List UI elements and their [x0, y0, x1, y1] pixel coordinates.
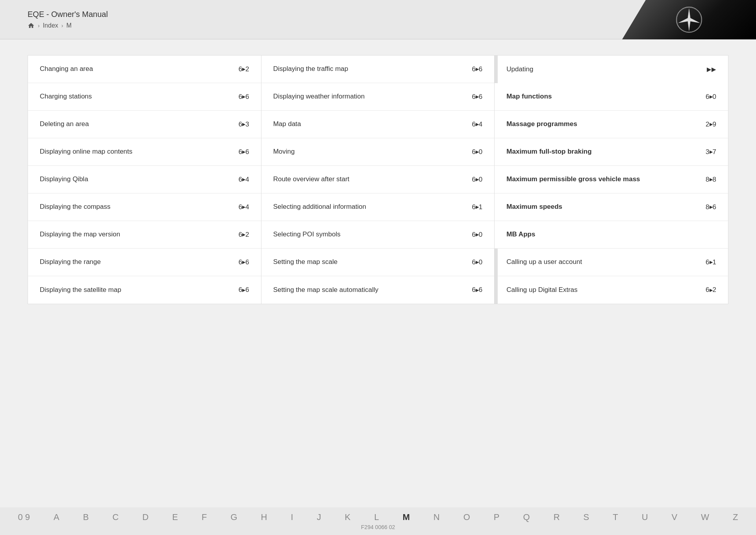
row-label: Setting the map scale automatically [273, 286, 468, 294]
list-item[interactable]: Massage programmes 2▶9 [495, 111, 728, 138]
row-label: Maximum full-stop braking [506, 147, 702, 156]
alpha-k[interactable]: K [333, 512, 363, 522]
list-item[interactable]: Setting the map scale automatically 6▶6 [261, 276, 495, 304]
alpha-s[interactable]: S [572, 512, 601, 522]
column-2: Displaying the traffic map 6▶6 Displayin… [261, 56, 495, 304]
list-item[interactable]: Displaying the compass 6▶4 [28, 193, 261, 221]
alpha-g[interactable]: G [219, 512, 249, 522]
list-item[interactable]: Calling up Digital Extras 6▶2 [498, 276, 728, 304]
mercedes-logo [675, 6, 703, 33]
alpha-l[interactable]: L [362, 512, 391, 522]
list-item[interactable]: Maximum permissible gross vehicle mass 8… [495, 166, 728, 193]
alphabet-nav: 0 9 A B C D E F G H I J K L M N O P Q R … [0, 512, 756, 522]
alpha-p[interactable]: P [482, 512, 511, 522]
row-page: 3▶7 [706, 148, 716, 156]
row-page: 2▶9 [706, 121, 716, 128]
row-page: 6▶6 [472, 93, 482, 101]
alpha-u[interactable]: U [630, 512, 660, 522]
list-item[interactable]: Displaying the satellite map 6▶6 [28, 276, 261, 304]
alpha-v[interactable]: V [660, 512, 689, 522]
breadcrumb-sep-2: › [61, 22, 63, 29]
row-page: 6▶0 [472, 148, 482, 156]
row-label: Deleting an area [40, 120, 235, 128]
header: EQE - Owner's Manual › Index › M [0, 0, 756, 39]
alpha-t[interactable]: T [601, 512, 630, 522]
row-label: Displaying the map version [40, 230, 235, 239]
alpha-b[interactable]: B [71, 512, 101, 522]
row-page: 6▶2 [239, 231, 249, 239]
row-label: Moving [273, 147, 468, 156]
svg-marker-3 [678, 9, 699, 31]
alpha-q[interactable]: Q [511, 512, 542, 522]
row-page: 6▶0 [706, 93, 716, 101]
home-icon[interactable] [28, 22, 35, 29]
alpha-h[interactable]: H [249, 512, 279, 522]
row-page: 6▶2 [239, 65, 249, 73]
row-page: 8▶6 [706, 203, 716, 211]
list-item[interactable]: Changing an area 6▶2 [28, 56, 261, 83]
row-page: 8▶8 [706, 176, 716, 184]
list-item[interactable]: Selecting POI symbols 6▶0 [261, 221, 495, 249]
list-item[interactable]: Deleting an area 6▶3 [28, 111, 261, 138]
column-3: Updating ▶▶ Map functions 6▶0 Massage pr… [495, 56, 728, 304]
list-item[interactable]: Setting the map scale 6▶0 [261, 249, 495, 276]
alpha-d[interactable]: D [130, 512, 160, 522]
list-item[interactable]: Calling up a user account 6▶1 [498, 249, 728, 276]
list-item[interactable]: Displaying online map contents 6▶6 [28, 138, 261, 166]
row-page: 6▶4 [472, 121, 482, 128]
row-page: 6▶3 [239, 121, 249, 128]
list-item[interactable]: Displaying the map version 6▶2 [28, 221, 261, 249]
list-item[interactable]: Charging stations 6▶6 [28, 83, 261, 111]
column-1: Changing an area 6▶2 Charging stations 6… [28, 56, 261, 304]
alpha-m[interactable]: M [391, 512, 421, 522]
breadcrumb-sep-1: › [38, 22, 40, 29]
row-label: Maximum permissible gross vehicle mass [506, 175, 702, 184]
list-item[interactable]: Map data 6▶4 [261, 111, 495, 138]
alpha-n[interactable]: N [422, 512, 452, 522]
alpha-f[interactable]: F [190, 512, 219, 522]
alpha-i[interactable]: I [279, 512, 305, 522]
list-item[interactable]: Updating ▶▶ [498, 56, 728, 83]
alpha-j[interactable]: J [305, 512, 333, 522]
alpha-a[interactable]: A [42, 512, 71, 522]
list-item[interactable]: Moving 6▶0 [261, 138, 495, 166]
row-page: 6▶1 [472, 203, 482, 211]
list-item[interactable]: Displaying the traffic map 6▶6 [261, 56, 495, 83]
alpha-e[interactable]: E [160, 512, 190, 522]
row-label: Maximum speeds [506, 202, 702, 211]
breadcrumb-current: M [66, 22, 71, 29]
list-item[interactable]: Displaying weather information 6▶6 [261, 83, 495, 111]
list-item[interactable]: Maximum speeds 8▶6 [495, 193, 728, 221]
document-code: F294 0066 02 [361, 524, 395, 530]
list-item[interactable]: MB Apps [495, 221, 728, 249]
row-page: 6▶1 [706, 258, 716, 266]
list-item[interactable]: Displaying Qibla 6▶4 [28, 166, 261, 193]
list-item[interactable]: Displaying the range 6▶6 [28, 249, 261, 276]
alpha-z[interactable]: Z [721, 512, 750, 522]
row-label: Calling up a user account [506, 258, 702, 266]
row-page: 6▶6 [239, 93, 249, 101]
list-item[interactable]: Route overview after start 6▶0 [261, 166, 495, 193]
row-page: 6▶2 [706, 286, 716, 294]
row-label: Selecting POI symbols [273, 230, 468, 239]
alpha-09[interactable]: 0 9 [6, 512, 42, 522]
list-item[interactable]: Maximum full-stop braking 3▶7 [495, 138, 728, 166]
row-label: MB Apps [506, 230, 712, 239]
row-label: Selecting additional information [273, 202, 468, 211]
index-table: Changing an area 6▶2 Charging stations 6… [28, 55, 728, 304]
alpha-o[interactable]: O [452, 512, 482, 522]
list-item[interactable]: Map functions 6▶0 [495, 83, 728, 111]
row-page: 6▶0 [472, 258, 482, 266]
row-label: Map data [273, 120, 468, 128]
row-label: Setting the map scale [273, 258, 468, 266]
breadcrumb-index[interactable]: Index [43, 22, 58, 29]
alpha-r[interactable]: R [542, 512, 572, 522]
row-page: 6▶6 [239, 258, 249, 266]
footer: 0 9 A B C D E F G H I J K L M N O P Q R … [0, 507, 756, 535]
alpha-c[interactable]: C [100, 512, 130, 522]
row-page: 6▶6 [239, 286, 249, 294]
row-page: 6▶6 [472, 65, 482, 73]
row-label: Calling up Digital Extras [506, 286, 702, 294]
alpha-w[interactable]: W [689, 512, 721, 522]
list-item[interactable]: Selecting additional information 6▶1 [261, 193, 495, 221]
